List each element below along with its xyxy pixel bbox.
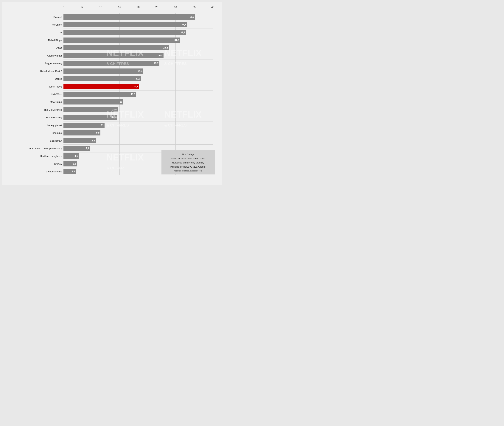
bar: 35,3 bbox=[64, 14, 195, 20]
x-tick-label: 20 bbox=[137, 6, 140, 9]
bar-label: His three daughters bbox=[7, 155, 62, 157]
bar-value: 28,2 bbox=[163, 46, 169, 49]
bar-separator bbox=[64, 137, 213, 137]
bar-label: Lonely planet bbox=[7, 124, 62, 127]
x-tick-label: 35 bbox=[193, 6, 196, 9]
bar-separator bbox=[64, 75, 213, 75]
bar-value: 35,3 bbox=[190, 16, 195, 18]
bar-label: Unfrosted: The Pop-Tart story bbox=[7, 147, 62, 150]
bar-value: 26,8 bbox=[158, 54, 164, 57]
bar-value: 9,9 bbox=[96, 132, 101, 134]
bar: 26,8 bbox=[64, 53, 164, 58]
legend-line2: New US Netflix live action films bbox=[165, 156, 211, 161]
bar-separator bbox=[64, 121, 213, 121]
legend-line1: First 3 days bbox=[165, 152, 211, 156]
bar: 3,3 bbox=[64, 169, 76, 174]
bar-separator bbox=[64, 28, 213, 29]
bar-value: 14,5 bbox=[112, 108, 118, 111]
bar-label: Irish Wish bbox=[7, 93, 62, 96]
bar-value: 3,3 bbox=[72, 170, 76, 173]
bar: 20,8 bbox=[64, 76, 141, 81]
bar-label: Shirley bbox=[7, 162, 62, 165]
bar-separator bbox=[64, 36, 213, 36]
bar-separator bbox=[64, 90, 213, 91]
bar-value: 19,5 bbox=[131, 93, 136, 96]
bar-value: 16 bbox=[120, 100, 123, 103]
bar: 3,6 bbox=[64, 161, 77, 166]
bar-label: Find me falling bbox=[7, 116, 62, 119]
bar: 32,8 bbox=[64, 30, 186, 35]
bar-separator bbox=[64, 44, 213, 44]
bar: 25,7 bbox=[64, 61, 159, 66]
bar: 4,1 bbox=[64, 153, 79, 159]
x-tick-label: 5 bbox=[81, 6, 83, 9]
x-tick-label: 25 bbox=[155, 6, 158, 9]
bar-label: Trigger warning bbox=[7, 62, 62, 65]
bar-label: Lift bbox=[7, 31, 62, 34]
bar: 28,2 bbox=[64, 45, 169, 50]
bar-separator bbox=[64, 83, 213, 83]
bar-label: Don't move bbox=[7, 85, 62, 88]
bar-label: Incoming bbox=[7, 132, 62, 134]
chart-area: 0510152025303540Damsel35,3The Union33,1L… bbox=[6, 6, 218, 181]
bar-label: Uglies bbox=[7, 78, 62, 80]
x-tick-label: 15 bbox=[118, 6, 121, 9]
bar: 14,5 bbox=[64, 107, 118, 112]
bar: 31,2 bbox=[64, 37, 180, 43]
bar: 11 bbox=[64, 123, 105, 128]
bar-label: Damsel bbox=[7, 15, 62, 18]
bar-separator bbox=[64, 21, 213, 21]
legend-source: netflixandchiffres.substack.com bbox=[165, 170, 211, 172]
bar-value: 31,2 bbox=[174, 39, 180, 42]
bar-value: 32,8 bbox=[180, 31, 186, 34]
legend-box: First 3 days New US Netflix live action … bbox=[161, 150, 215, 174]
bar-value: 20,8 bbox=[136, 78, 141, 80]
bar-label: Rebel Moon: Part 2 bbox=[7, 70, 62, 72]
x-tick-label: 0 bbox=[63, 6, 64, 9]
bar-value: 3,6 bbox=[73, 163, 77, 165]
bar-separator bbox=[64, 59, 213, 60]
x-tick-label: 40 bbox=[211, 6, 214, 9]
bar-separator bbox=[64, 106, 213, 106]
watermark: NETFLIX& CHIFFRES bbox=[164, 110, 202, 128]
bar-label: Spaceman bbox=[7, 139, 62, 142]
bar-value: 4,1 bbox=[75, 155, 79, 157]
bar-label: Atlas bbox=[7, 46, 62, 49]
bar-separator bbox=[64, 129, 213, 129]
bar-highlighted: 20,2 bbox=[64, 84, 139, 89]
x-tick-label: 30 bbox=[174, 6, 177, 9]
bar: 7,1 bbox=[64, 146, 90, 151]
bar-label: Mea Culpa bbox=[7, 100, 62, 103]
bar: 8,8 bbox=[64, 138, 96, 143]
bar-value: 21,4 bbox=[138, 70, 143, 72]
watermark: NETFLIX& CHIFFRES bbox=[164, 49, 202, 66]
bar-separator bbox=[64, 144, 213, 145]
bar-value: 20,2 bbox=[133, 85, 139, 88]
bar-label: The Union bbox=[7, 23, 62, 26]
bar-separator bbox=[64, 67, 213, 67]
legend-line3: Released on a Friday globally bbox=[165, 161, 211, 165]
bar-value: 25,7 bbox=[154, 62, 159, 64]
chart-container: 0510152025303540Damsel35,3The Union33,1L… bbox=[2, 2, 222, 185]
bar: 16 bbox=[64, 99, 123, 105]
bar-value: 8,8 bbox=[92, 139, 96, 142]
bar-separator bbox=[64, 98, 213, 98]
bar-value: 14,4 bbox=[112, 116, 117, 119]
bar-label: It's what's inside bbox=[7, 170, 62, 173]
bar: 14,4 bbox=[64, 115, 117, 120]
legend-line4: (Millions of "views"/CVEs, Global) bbox=[165, 165, 211, 169]
bar-separator bbox=[64, 52, 213, 52]
bar-label: The Deliverance bbox=[7, 108, 62, 111]
bar: 9,9 bbox=[64, 130, 101, 135]
bar-label: A family affair bbox=[7, 54, 62, 57]
bar-value: 33,1 bbox=[182, 23, 187, 26]
bar: 19,5 bbox=[64, 92, 136, 97]
bar-value: 7,1 bbox=[86, 147, 90, 150]
x-tick-label: 10 bbox=[99, 6, 102, 9]
bar-value: 11 bbox=[101, 124, 105, 127]
bar: 21,4 bbox=[64, 69, 143, 74]
bar-label: Rebel Ridge bbox=[7, 39, 62, 42]
bar: 33,1 bbox=[64, 22, 187, 27]
